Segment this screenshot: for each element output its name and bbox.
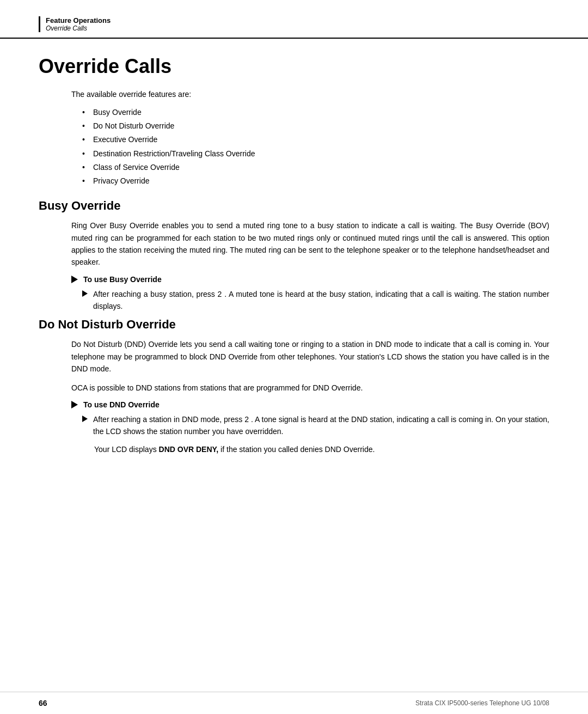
list-item: Class of Service Override <box>82 161 549 174</box>
list-item: Executive Override <box>82 133 549 147</box>
busy-override-heading: Busy Override <box>39 199 549 213</box>
dnd-override-procedure-heading: To use DND Override <box>71 400 549 409</box>
main-content: Override Calls The available override fe… <box>0 39 588 504</box>
header-inner: Feature Operations Override Calls <box>39 16 549 32</box>
footer-doc-info: Strata CIX IP5000-series Telephone UG 10… <box>415 699 549 707</box>
footer-page-number: 66 <box>39 699 47 707</box>
dnd-override-step2-text: Your LCD displays DND OVR DENY, if the s… <box>94 443 375 455</box>
sub-arrow-icon <box>82 290 88 297</box>
busy-override-para1: Ring Over Busy Override enables you to s… <box>71 219 549 268</box>
header-breadcrumb: Override Calls <box>46 25 549 32</box>
busy-override-procedure-label: To use Busy Override <box>83 275 162 284</box>
page-title: Override Calls <box>39 55 549 78</box>
page-footer: 66 Strata CIX IP5000-series Telephone UG… <box>0 692 588 714</box>
arrow-icon <box>71 276 78 283</box>
dnd-override-para1: Do Not Disturb (DND) Override lets you s… <box>71 338 549 375</box>
bullet-list: Busy Override Do Not Disturb Override Ex… <box>82 106 549 188</box>
busy-override-step1: After reaching a busy station, press 2 .… <box>82 288 549 313</box>
page-header: Feature Operations Override Calls <box>0 0 588 39</box>
page-container: Feature Operations Override Calls Overri… <box>0 0 588 714</box>
arrow-icon <box>71 401 78 408</box>
dnd-override-step2: Your LCD displays DND OVR DENY, if the s… <box>82 443 549 455</box>
dnd-override-step1: After reaching a station in DND mode, pr… <box>82 413 549 438</box>
list-item: Privacy Override <box>82 174 549 188</box>
list-item: Destination Restriction/Traveling Class … <box>82 147 549 161</box>
busy-override-step1-text: After reaching a busy station, press 2 .… <box>93 288 549 313</box>
header-section-title: Feature Operations <box>46 16 549 25</box>
sub-arrow-icon <box>82 416 88 422</box>
dnd-override-para2: OCA is possible to DND stations from sta… <box>71 382 549 394</box>
intro-text: The available override features are: <box>71 89 549 100</box>
dnd-override-procedure-label: To use DND Override <box>83 400 160 409</box>
dnd-override-step1-text: After reaching a station in DND mode, pr… <box>93 413 549 438</box>
busy-override-procedure-heading: To use Busy Override <box>71 275 549 284</box>
list-item: Do Not Disturb Override <box>82 119 549 133</box>
dnd-override-heading: Do Not Disturb Override <box>39 318 549 332</box>
list-item: Busy Override <box>82 106 549 119</box>
